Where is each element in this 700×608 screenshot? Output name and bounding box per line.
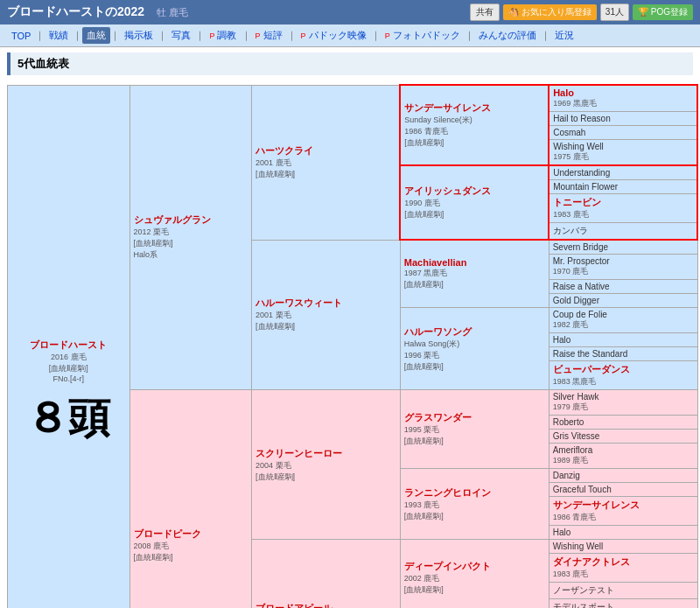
gen5-sunday-silence-2: サンデーサイレンス 1986 青鹿毛 — [549, 497, 697, 526]
gen4-deep-impact: ディープインパクト 2002 鹿毛 [血統Ⅱ産駒] — [400, 540, 549, 609]
gen3-screen-hero: スクリーンヒーロー 2004 栗毛 [血統Ⅱ産駒] — [252, 390, 401, 540]
gen5-ameriflora: Ameriflora 1989 鹿毛 — [549, 444, 697, 469]
pog-icon: 🏆 — [638, 7, 648, 17]
page-header: ブロードハーストの2022 牡 鹿毛 共有 🐴 お気に入り馬登録 31人 🏆 P… — [0, 0, 700, 24]
gen5-model-sport: モデルスポート — [549, 599, 697, 609]
gen4-haruwa-song: ハルーワソング Halwa Song(米) 1996 栗毛 [血統Ⅱ産駒] — [400, 308, 549, 390]
nav-results[interactable]: 戦績 — [45, 27, 73, 44]
gen5-tonybin: トニービン 1983 鹿毛 — [549, 194, 697, 223]
gen1-year: 2016 鹿毛 — [11, 352, 126, 363]
gen5-gris-vitesse: Gris Vitesse — [549, 430, 697, 444]
nav-photo-paddock[interactable]: P フォトパドック — [381, 27, 465, 44]
pedigree-table: ブロードハースト 2016 鹿毛 [血統Ⅱ産駒] FNo.[4-r] ８頭 シュ… — [7, 84, 698, 608]
gen5-raise-native: Raise a Native — [549, 280, 697, 294]
gen4-sunday-silence: サンデーサイレンス Sunday Silence(米) 1986 青鹿毛 [血統… — [400, 85, 549, 165]
gen5-raise-standard: Raise the Standard — [549, 347, 697, 361]
gen5-halo-1: Halo 1969 黒鹿毛 — [549, 85, 697, 112]
gen5-northern-test: ノーザンテスト — [549, 583, 697, 599]
gen5-silver-hawk: Silver Hawk 1979 鹿毛 — [549, 390, 697, 416]
share-button[interactable]: 共有 — [470, 3, 500, 21]
gen5-sunday-silence-halo: Halo — [549, 526, 697, 540]
gen3-heartscry: ハーツクライ 2001 鹿毛 [血統Ⅱ産駒] — [252, 85, 401, 240]
gen4-irish-dance: アイリッシュダンス 1990 鹿毛 [血統Ⅱ産駒] — [400, 165, 549, 240]
nav-paddock-video[interactable]: P パドック映像 — [297, 27, 371, 44]
heart-icon: 🐴 — [508, 7, 519, 17]
gen2-shuvalgran: シュヴァルグラン 2012 栗毛 [血統Ⅱ産駒] Halo系 — [130, 85, 252, 390]
pedigree-container: ブロードハースト 2016 鹿毛 [血統Ⅱ産駒] FNo.[4-r] ８頭 シュ… — [0, 80, 700, 608]
gen1-lineage: [血統Ⅱ産駒] — [11, 363, 126, 374]
gen5-hail-to-reason: Hail to Reason — [549, 112, 697, 126]
nav-photos[interactable]: 写真 — [167, 27, 195, 44]
section-title: 5代血統表 — [7, 52, 693, 75]
gen5-coup-de-folie: Coup de Folie 1982 鹿毛 — [549, 308, 697, 333]
nav-training[interactable]: P 調教 — [205, 27, 241, 44]
gen4-running-heroin: ランニングヒロイン 1993 鹿毛 [血統Ⅱ産駒] — [400, 469, 549, 540]
navigation: TOP ｜ 戦績 ｜ 血統 ｜ 掲示板 ｜ 写真 ｜ P 調教 ｜ P 短評 ｜… — [0, 24, 700, 47]
nav-recent[interactable]: 近況 — [550, 27, 578, 44]
nav-board[interactable]: 掲示板 — [120, 27, 158, 44]
gen5-gold-digger: Gold Digger — [549, 294, 697, 308]
gen5-mountain-flower: Mountain Flower — [549, 180, 697, 194]
pog-button[interactable]: 🏆 POG登録 — [633, 4, 693, 20]
gen1-name: ブロードハースト — [11, 339, 126, 352]
gen5-halo-2: Halo — [549, 333, 697, 347]
gen5-mr-prospector: Mr. Prospector 1970 鹿毛 — [549, 255, 697, 280]
gen5-wishing-well-1: Wishing Well 1975 鹿毛 — [549, 140, 697, 166]
horse-gender-coat: 牡 鹿毛 — [157, 6, 188, 19]
gen1-fn: FNo.[4-r] — [11, 374, 126, 383]
gen5-severn-bridge: Severn Bridge — [549, 240, 697, 255]
nav-bloodline[interactable]: 血統 — [82, 27, 110, 44]
gen4-machiavellian: Machiavellian 1987 黒鹿毛 [血統Ⅱ産駒] — [400, 240, 549, 308]
count-button[interactable]: 31人 — [600, 3, 629, 21]
nav-top[interactable]: TOP — [7, 29, 35, 43]
page-title: ブロードハーストの2022 — [7, 4, 144, 20]
gen5-roberto: Roberto — [549, 416, 697, 430]
gen3-broad-appeal: ブロードアピール 1994 黒鹿毛 [血統Ⅱ産駒] — [252, 540, 401, 609]
gen5-dyna-actress: ダイナアクトレス 1983 鹿毛 — [549, 554, 697, 583]
gen4-grass-wonder: グラスワンダー 1995 栗毛 [血統Ⅱ産駒] — [400, 390, 549, 469]
gen5-view-dance: ビューパーダンス 1983 黒鹿毛 — [549, 361, 697, 390]
gen3-haruwa-sweet: ハルーワスウィート 2001 栗毛 [血統Ⅱ産駒] — [252, 240, 401, 390]
nav-comment[interactable]: P 短評 — [251, 27, 287, 44]
gen1-horse: ブロードハースト 2016 鹿毛 [血統Ⅱ産駒] FNo.[4-r] ８頭 — [8, 85, 130, 608]
gen5-graceful-touch: Graceful Touch — [549, 483, 697, 497]
gen2-broadpeak: ブロードピーク 2008 鹿毛 [血統Ⅱ産駒] — [130, 390, 252, 609]
gen5-danzig: Danzig — [549, 469, 697, 483]
gen5-kanbara: カンバラ — [549, 223, 697, 241]
gen5-wishing-well-2: Wishing Well — [549, 540, 697, 554]
gen5-cosmah: Cosmah — [549, 126, 697, 140]
big-number: ８頭 — [11, 390, 126, 446]
nav-ratings[interactable]: みんなの評価 — [474, 27, 541, 44]
bookmark-button[interactable]: 🐴 お気に入り馬登録 — [503, 4, 597, 20]
gen5-understanding: Understanding — [549, 165, 697, 180]
header-buttons: 共有 🐴 お気に入り馬登録 31人 🏆 POG登録 — [470, 3, 693, 21]
